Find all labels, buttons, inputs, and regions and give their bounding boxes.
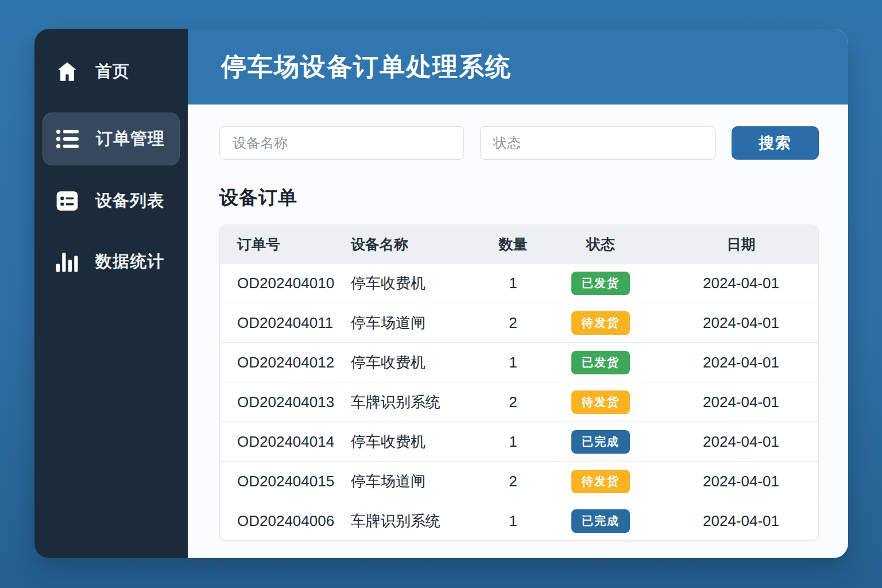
order-no-cell: OD202404011	[220, 314, 351, 332]
status-cell: 已发货	[537, 272, 664, 295]
column-header-status: 状态	[537, 235, 664, 254]
status-badge: 待发货	[571, 311, 630, 335]
search-bar: 搜索	[219, 126, 819, 160]
status-badge: 已发货	[571, 351, 630, 374]
status-cell: 已发货	[537, 351, 664, 374]
column-header-date: 日期	[664, 235, 818, 254]
sidebar-item-1[interactable]: 订单管理	[42, 113, 180, 165]
status-cell: 已完成	[537, 509, 664, 533]
search-button[interactable]: 搜索	[732, 126, 819, 160]
status-cell: 已完成	[537, 430, 664, 454]
sidebar-item-label: 订单管理	[96, 127, 165, 150]
date-cell: 2024-04-01	[664, 314, 818, 332]
bar-chart-icon	[54, 250, 80, 273]
sidebar: 首页订单管理设备列表数据统计	[34, 29, 188, 558]
date-cell: 2024-04-01	[664, 354, 818, 372]
sidebar-item-label: 数据统计	[95, 250, 164, 273]
order-no-cell: OD202404014	[220, 433, 351, 451]
sidebar-item-0[interactable]: 首页	[42, 46, 180, 98]
orders-table: 订单号 设备名称 数量 状态 日期 OD202404010 停车收费机 1 已发…	[219, 225, 819, 541]
device-name-cell: 停车收费机	[351, 273, 489, 293]
quantity-cell: 2	[489, 393, 537, 411]
status-badge: 已完成	[571, 509, 630, 533]
table-row[interactable]: OD202404014 停车收费机 1 已完成 2024-04-01	[220, 421, 818, 461]
status-badge: 待发货	[571, 390, 630, 414]
column-header-device-name: 设备名称	[351, 235, 489, 254]
home-icon	[54, 60, 80, 84]
status-badge: 待发货	[571, 470, 630, 493]
page-title: 停车场设备订单处理系统	[221, 50, 512, 84]
table-row[interactable]: OD202404012 停车收费机 1 已发货 2024-04-01	[220, 342, 818, 382]
main-area: 停车场设备订单处理系统 搜索 设备订单 订单号 设备名称 数量 状态 日期 OD…	[188, 29, 848, 558]
table-row[interactable]: OD202404006 车牌识别系统 1 已完成 2024-04-01	[220, 501, 818, 540]
column-header-order-no: 订单号	[220, 235, 351, 254]
quantity-cell: 1	[489, 512, 537, 530]
date-cell: 2024-04-01	[664, 393, 818, 411]
quantity-cell: 2	[489, 314, 537, 332]
status-cell: 待发货	[537, 390, 664, 414]
table-row[interactable]: OD202404010 停车收费机 1 已发货 2024-04-01	[220, 263, 818, 303]
date-cell: 2024-04-01	[664, 473, 818, 490]
sidebar-item-2[interactable]: 设备列表	[42, 177, 180, 225]
app-header: 停车场设备订单处理系统	[188, 29, 848, 105]
date-cell: 2024-04-01	[664, 512, 818, 530]
device-list-icon	[54, 189, 80, 212]
table-row[interactable]: OD202404015 停车场道闸 2 待发货 2024-04-01	[220, 461, 818, 501]
order-no-cell: OD202404015	[220, 473, 351, 490]
device-name-cell: 车牌识别系统	[351, 511, 489, 531]
status-input[interactable]	[480, 126, 715, 160]
order-no-cell: OD202404006	[220, 512, 351, 530]
device-name-cell: 停车收费机	[351, 432, 489, 452]
table-body: OD202404010 停车收费机 1 已发货 2024-04-01 OD202…	[220, 263, 818, 540]
status-badge: 已完成	[571, 430, 630, 454]
content-area: 搜索 设备订单 订单号 设备名称 数量 状态 日期 OD202404010 停车…	[188, 105, 848, 558]
device-name-input[interactable]	[219, 126, 464, 160]
column-header-quantity: 数量	[489, 235, 537, 254]
quantity-cell: 2	[489, 473, 537, 490]
table-row[interactable]: OD202404011 停车场道闸 2 待发货 2024-04-01	[220, 303, 818, 342]
order-no-cell: OD202404010	[220, 274, 351, 292]
order-no-cell: OD202404013	[220, 393, 351, 411]
order-list-icon	[55, 127, 81, 150]
quantity-cell: 1	[489, 433, 537, 451]
device-name-cell: 车牌识别系统	[351, 392, 489, 412]
sidebar-item-label: 设备列表	[95, 189, 164, 212]
date-cell: 2024-04-01	[664, 433, 818, 451]
device-name-cell: 停车场道闸	[351, 313, 489, 333]
app-window: 首页订单管理设备列表数据统计 停车场设备订单处理系统 搜索 设备订单 订单号 设…	[34, 29, 848, 558]
status-badge: 已发货	[571, 272, 630, 295]
sidebar-item-label: 首页	[95, 60, 130, 83]
quantity-cell: 1	[489, 274, 537, 292]
order-no-cell: OD202404012	[220, 354, 351, 372]
table-row[interactable]: OD202404013 车牌识别系统 2 待发货 2024-04-01	[220, 382, 818, 421]
device-name-cell: 停车场道闸	[351, 471, 489, 492]
section-title: 设备订单	[219, 185, 819, 211]
date-cell: 2024-04-01	[664, 274, 818, 292]
status-cell: 待发货	[537, 311, 664, 335]
status-cell: 待发货	[537, 470, 664, 493]
quantity-cell: 1	[489, 354, 537, 372]
table-header-row: 订单号 设备名称 数量 状态 日期	[220, 225, 818, 263]
sidebar-item-3[interactable]: 数据统计	[42, 238, 180, 286]
device-name-cell: 停车收费机	[351, 353, 489, 373]
